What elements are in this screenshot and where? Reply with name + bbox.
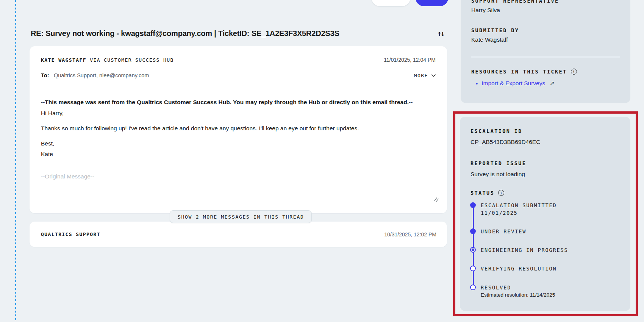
email-message-collapsed[interactable]: QUALTRICS SUPPORT 10/31/2025, 12:02 PM	[30, 222, 447, 247]
timeline-step-escalation-submitted: ESCALATION SUBMITTED 11/01/2025	[470, 202, 557, 216]
message-timestamp: 10/31/2025, 12:02 PM	[384, 231, 436, 238]
reported-issue-value: Survey is not loading	[470, 171, 525, 178]
sender-name: QUALTRICS SUPPORT	[41, 231, 100, 237]
timeline-connector	[473, 205, 474, 287]
message-divider	[41, 88, 436, 88]
message-recipients-row: To: Qualtrics Support, nlee@company.com …	[41, 72, 436, 79]
step-done-dot-icon	[470, 228, 476, 234]
ticket-info-panel: SUPPORT REPRESENTATIVE Harry Silva SUBMI…	[461, 0, 630, 103]
recipients-list: Qualtrics Support, nlee@company.com	[54, 72, 149, 78]
status-label: STATUS	[470, 190, 494, 196]
escalation-id-label: ESCALATION ID	[470, 128, 522, 134]
step-estimated-resolution: Estimated resolution: 11/14/2025	[481, 292, 555, 298]
escalation-panel: ESCALATION ID CP_AB543D3BB69D46EC REPORT…	[460, 117, 630, 311]
sidebar-divider	[471, 57, 620, 57]
body-line: Thanks so much for following up! I've re…	[41, 123, 436, 133]
message-sender-line: KATE WAGSTAFF VIA CUSTOMER SUCCESS HUB	[41, 57, 174, 63]
thread-subject: RE: Survey not working - kwagstaff@compa…	[31, 29, 339, 38]
escalation-highlight-box: ESCALATION ID CP_AB543D3BB69D46EC REPORT…	[453, 111, 638, 316]
more-dropdown-button[interactable]: MORE	[414, 73, 436, 78]
info-icon[interactable]: i	[498, 190, 504, 196]
submitted-by-value: Kate Wagstaff	[471, 36, 620, 43]
info-icon[interactable]: i	[571, 69, 577, 75]
step-current-dot-icon	[470, 247, 476, 253]
panel-resize-divider[interactable]	[15, 0, 16, 322]
external-link-icon[interactable]: ↗	[550, 80, 555, 87]
step-label: RESOLVED	[481, 284, 511, 291]
recipients-group: To: Qualtrics Support, nlee@company.com	[41, 72, 149, 79]
timeline-step-resolved: RESOLVED Estimated resolution: 11/14/202…	[470, 284, 555, 298]
sort-messages-icon[interactable]: ↑↓	[437, 29, 446, 38]
step-done-dot-icon	[470, 202, 476, 208]
message-body: --This message was sent from the Qualtri…	[41, 97, 436, 181]
resource-link[interactable]: Import & Export Surveys	[481, 80, 545, 87]
send-button-label: SEND	[425, 0, 439, 1]
customer-success-hub-page: CANCEL SEND RE: Survey not working - kwa…	[0, 0, 644, 322]
cancel-button[interactable]: CANCEL	[372, 0, 410, 6]
message-header-row: KATE WAGSTAFF VIA CUSTOMER SUCCESS HUB 1…	[41, 57, 436, 63]
submitted-by-label: SUBMITTED BY	[471, 27, 620, 33]
step-upcoming-dot-icon	[470, 284, 476, 290]
body-line: Best,	[41, 138, 436, 148]
body-line: Kate	[41, 149, 436, 159]
step-date: 11/01/2025	[481, 210, 557, 216]
step-label: ESCALATION SUBMITTED	[481, 202, 557, 208]
send-button[interactable]: SEND	[416, 0, 448, 6]
more-label: MORE	[414, 73, 428, 78]
sender-name: KATE WAGSTAFF	[41, 57, 86, 63]
timeline-step-verifying-resolution: VERIFYING RESOLUTION	[470, 265, 557, 272]
support-rep-label: SUPPORT REPRESENTATIVE	[471, 0, 620, 4]
escalation-id-value: CP_AB543D3BB69D46EC	[470, 139, 540, 145]
step-upcoming-dot-icon	[470, 266, 476, 271]
step-label: VERIFYING RESOLUTION	[481, 266, 557, 272]
bullet-icon: •	[476, 80, 478, 87]
cancel-button-label: CANCEL	[380, 0, 402, 1]
message-timestamp: 11/01/2025, 12:04 PM	[384, 57, 436, 63]
email-message-expanded: KATE WAGSTAFF VIA CUSTOMER SUCCESS HUB 1…	[30, 46, 447, 213]
chevron-down-icon	[431, 74, 436, 77]
sender-via: VIA CUSTOMER SUCCESS HUB	[86, 57, 174, 63]
timeline-step-under-review: UNDER REVIEW	[470, 228, 526, 235]
thread-header: RE: Survey not working - kwagstaff@compa…	[31, 27, 446, 40]
step-label: ENGINEERING IN PROGRESS	[481, 247, 568, 253]
timeline-step-engineering-in-progress: ENGINEERING IN PROGRESS	[470, 247, 568, 253]
show-more-messages-button[interactable]: SHOW 2 MORE MESSAGES IN THIS THREAD	[170, 210, 312, 223]
original-message-marker: --Original Message--	[41, 171, 436, 181]
step-label: UNDER REVIEW	[481, 228, 526, 234]
to-label: To:	[41, 72, 49, 78]
body-line: Hi Harry,	[41, 108, 436, 118]
resize-handle-icon[interactable]	[433, 197, 439, 204]
resource-list-item: • Import & Export Surveys ↗	[471, 80, 620, 87]
reported-issue-label: REPORTED ISSUE	[470, 160, 526, 166]
support-rep-value: Harry Silva	[471, 7, 620, 14]
resources-label: RESOURCES IN THIS TICKET	[471, 69, 567, 75]
hub-notice-text: --This message was sent from the Qualtri…	[41, 97, 420, 108]
